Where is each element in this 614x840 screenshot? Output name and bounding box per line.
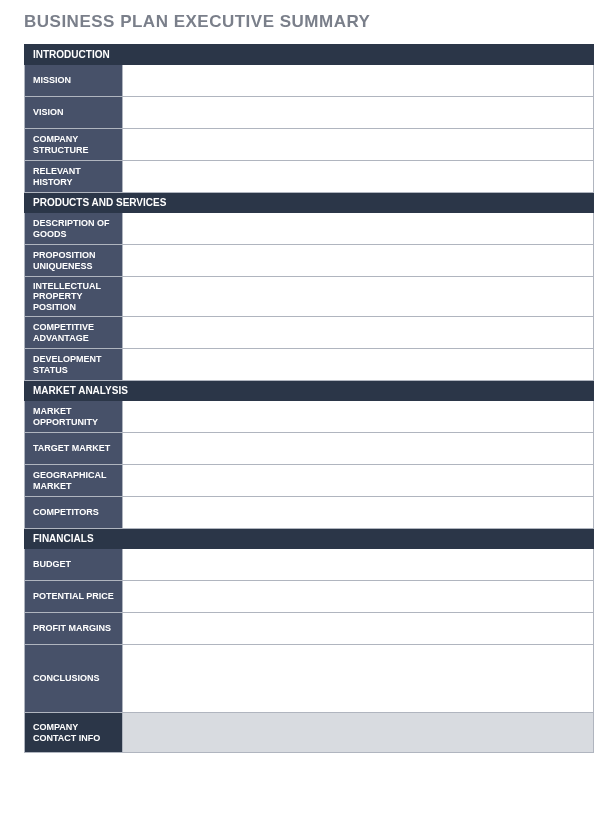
row-company-contact-info: COMPANY CONTACT INFO xyxy=(25,713,594,753)
value-proposition-uniqueness[interactable] xyxy=(123,245,594,277)
value-company-structure[interactable] xyxy=(123,129,594,161)
section-header-label: FINANCIALS xyxy=(25,529,594,549)
value-geographical-market[interactable] xyxy=(123,465,594,497)
label-geographical-market: GEOGRAPHICAL MARKET xyxy=(25,465,123,497)
value-vision[interactable] xyxy=(123,97,594,129)
label-potential-price: POTENTIAL PRICE xyxy=(25,581,123,613)
value-relevant-history[interactable] xyxy=(123,161,594,193)
row-budget: BUDGET xyxy=(25,549,594,581)
section-header-label: INTRODUCTION xyxy=(25,45,594,65)
label-ip-position: INTELLECTUAL PROPERTY POSITION xyxy=(25,277,123,317)
value-mission[interactable] xyxy=(123,65,594,97)
row-development-status: DEVELOPMENT STATUS xyxy=(25,349,594,381)
row-profit-margins: PROFIT MARGINS xyxy=(25,613,594,645)
label-budget: BUDGET xyxy=(25,549,123,581)
value-ip-position[interactable] xyxy=(123,277,594,317)
section-header-products-services: PRODUCTS AND SERVICES xyxy=(25,193,594,213)
row-proposition-uniqueness: PROPOSITION UNIQUENESS xyxy=(25,245,594,277)
row-target-market: TARGET MARKET xyxy=(25,433,594,465)
section-header-label: PRODUCTS AND SERVICES xyxy=(25,193,594,213)
label-market-opportunity: MARKET OPPORTUNITY xyxy=(25,401,123,433)
row-geographical-market: GEOGRAPHICAL MARKET xyxy=(25,465,594,497)
label-company-contact-info: COMPANY CONTACT INFO xyxy=(25,713,123,753)
label-relevant-history: RELEVANT HISTORY xyxy=(25,161,123,193)
value-competitive-advantage[interactable] xyxy=(123,317,594,349)
row-ip-position: INTELLECTUAL PROPERTY POSITION xyxy=(25,277,594,317)
value-profit-margins[interactable] xyxy=(123,613,594,645)
label-vision: VISION xyxy=(25,97,123,129)
section-header-financials: FINANCIALS xyxy=(25,529,594,549)
row-potential-price: POTENTIAL PRICE xyxy=(25,581,594,613)
label-proposition-uniqueness: PROPOSITION UNIQUENESS xyxy=(25,245,123,277)
row-relevant-history: RELEVANT HISTORY xyxy=(25,161,594,193)
page-title: BUSINESS PLAN EXECUTIVE SUMMARY xyxy=(24,12,594,32)
section-header-label: MARKET ANALYSIS xyxy=(25,381,594,401)
value-potential-price[interactable] xyxy=(123,581,594,613)
row-mission: MISSION xyxy=(25,65,594,97)
value-conclusions[interactable] xyxy=(123,645,594,713)
label-development-status: DEVELOPMENT STATUS xyxy=(25,349,123,381)
value-company-contact-info[interactable] xyxy=(123,713,594,753)
row-competitive-advantage: COMPETITIVE ADVANTAGE xyxy=(25,317,594,349)
label-target-market: TARGET MARKET xyxy=(25,433,123,465)
row-market-opportunity: MARKET OPPORTUNITY xyxy=(25,401,594,433)
value-target-market[interactable] xyxy=(123,433,594,465)
summary-table: INTRODUCTION MISSION VISION COMPANY STRU… xyxy=(24,44,594,753)
section-header-introduction: INTRODUCTION xyxy=(25,45,594,65)
label-mission: MISSION xyxy=(25,65,123,97)
value-competitors[interactable] xyxy=(123,497,594,529)
value-description-of-goods[interactable] xyxy=(123,213,594,245)
label-profit-margins: PROFIT MARGINS xyxy=(25,613,123,645)
label-description-of-goods: DESCRIPTION OF GOODS xyxy=(25,213,123,245)
row-vision: VISION xyxy=(25,97,594,129)
row-competitors: COMPETITORS xyxy=(25,497,594,529)
value-budget[interactable] xyxy=(123,549,594,581)
row-description-of-goods: DESCRIPTION OF GOODS xyxy=(25,213,594,245)
section-header-market-analysis: MARKET ANALYSIS xyxy=(25,381,594,401)
row-conclusions: CONCLUSIONS xyxy=(25,645,594,713)
row-company-structure: COMPANY STRUCTURE xyxy=(25,129,594,161)
value-development-status[interactable] xyxy=(123,349,594,381)
label-competitive-advantage: COMPETITIVE ADVANTAGE xyxy=(25,317,123,349)
label-company-structure: COMPANY STRUCTURE xyxy=(25,129,123,161)
value-market-opportunity[interactable] xyxy=(123,401,594,433)
label-conclusions: CONCLUSIONS xyxy=(25,645,123,713)
label-competitors: COMPETITORS xyxy=(25,497,123,529)
